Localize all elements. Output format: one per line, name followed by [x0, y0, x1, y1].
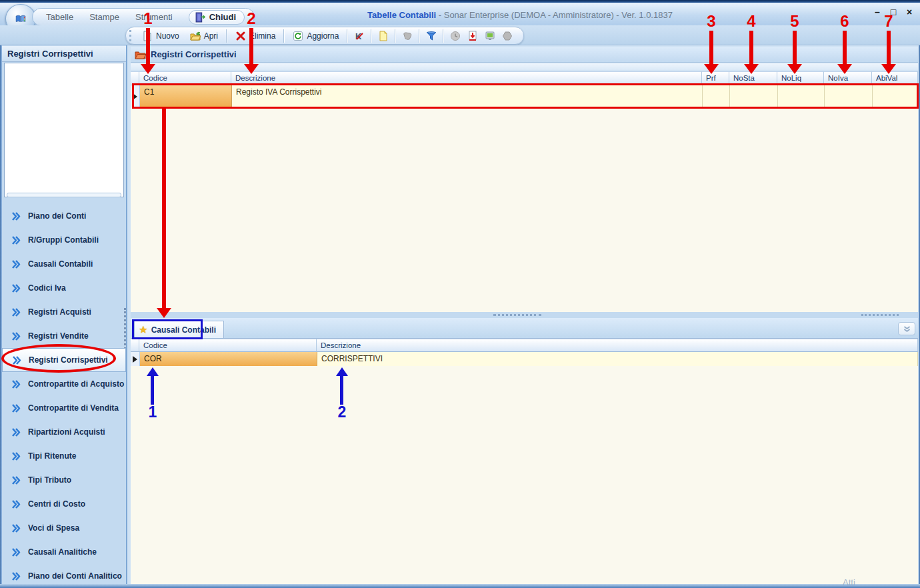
sidebar-item-piano-dei-conti-analitico[interactable]: Piano dei Conti Analitico — [2, 564, 126, 588]
cell-nosta[interactable] — [730, 85, 778, 107]
book-icon — [15, 13, 26, 24]
minimize-icon[interactable]: – — [872, 7, 883, 17]
chevron-right-icon — [12, 236, 21, 245]
sidebar-item-label: Registri Acquisti — [28, 307, 91, 317]
column-header-nosta[interactable]: NoSta — [729, 71, 777, 85]
column-header-abival[interactable]: AbiVal — [872, 71, 918, 85]
sidebar-item-contropartite-di-vendita[interactable]: Contropartite di Vendita — [2, 396, 126, 420]
toolbar-separator — [443, 29, 444, 43]
cell-noliq[interactable] — [778, 85, 825, 107]
sidebar-item-label: Centri di Costo — [28, 499, 85, 509]
sidebar-item-contropartite-di-acquisto[interactable]: Contropartite di Acquisto — [2, 372, 126, 396]
clock-button-disabled[interactable] — [447, 29, 463, 43]
new-document-button[interactable] — [375, 29, 391, 43]
refresh-button[interactable]: Aggiorna — [288, 29, 343, 43]
chiudi-button[interactable]: Chiudi — [189, 10, 245, 25]
clock-icon — [450, 31, 461, 41]
cell-prf[interactable] — [703, 85, 730, 107]
column-header-codice[interactable]: Codice — [139, 71, 231, 85]
toolbar-separator — [283, 29, 285, 43]
open-label: Apri — [204, 31, 218, 41]
sidebar-item-label: Ripartizioni Acquisti — [28, 427, 105, 437]
sidebar-item-registri-acquisti[interactable]: Registri Acquisti — [2, 300, 126, 324]
sidebar-item-ripartizioni-acquisti[interactable]: Ripartizioni Acquisti — [2, 420, 126, 444]
column-header-prf[interactable]: Prf — [702, 71, 729, 85]
toolbar-separator — [347, 29, 348, 43]
row-selector[interactable] — [131, 85, 140, 107]
toolbar-separator — [371, 29, 372, 43]
sidebar-item-causali-analitiche[interactable]: Causali Analitiche — [2, 540, 126, 564]
cell-descrizione[interactable]: CORRISPETTIVI — [317, 352, 918, 366]
maximize-icon[interactable]: □ — [888, 7, 899, 17]
chevron-right-icon — [12, 572, 21, 581]
grid-group-strip — [131, 63, 918, 71]
row-selector-header[interactable] — [131, 339, 139, 352]
new-button[interactable]: Nuovo — [137, 29, 184, 43]
sidebar-item-registri-corrispettivi[interactable]: Registri Corrispettivi — [2, 348, 126, 372]
chevron-right-icon — [12, 500, 21, 509]
close-icon[interactable]: × — [904, 7, 915, 17]
export-button[interactable] — [465, 29, 481, 43]
table-row: COR CORRISPETTIVI — [131, 352, 918, 366]
clear-filter-button[interactable]: K — [351, 29, 367, 43]
sidebar-item-voci-di-spesa[interactable]: Voci di Spesa — [2, 516, 126, 540]
column-header-descrizione[interactable]: Descrizione — [317, 339, 918, 352]
window-border-bottom — [0, 584, 920, 588]
cell-codice[interactable]: COR — [140, 352, 317, 366]
column-header-descrizione[interactable]: Descrizione — [231, 71, 702, 85]
main-grid-header: Codice Descrizione Prf NoSta NoLiq NoIva… — [131, 71, 918, 85]
sidebar-item-label: Codici Iva — [28, 283, 66, 293]
collapse-panel-button[interactable] — [898, 322, 915, 335]
splitter-grip[interactable] — [493, 314, 541, 317]
sidebar-item-r-gruppi-contabili[interactable]: R/Gruppi Contabili — [2, 228, 126, 252]
sidebar-list-box[interactable] — [4, 63, 124, 197]
clear-filter-icon: K — [354, 31, 365, 41]
watermark-text: Atti — [843, 577, 855, 587]
sidebar-item-piano-dei-conti[interactable]: Piano dei Conti — [2, 204, 126, 228]
shape-button-disabled[interactable] — [499, 29, 515, 43]
cell-codice[interactable]: C1 — [140, 85, 232, 107]
chevron-right-icon — [13, 356, 21, 365]
current-row-arrow-icon — [133, 93, 137, 100]
sidebar-item-tipi-tributo[interactable]: Tipi Tributo — [2, 468, 126, 492]
chiudi-label: Chiudi — [209, 12, 236, 22]
filter-button[interactable] — [423, 29, 439, 43]
sidebar-horizontal-scrollbar[interactable] — [7, 193, 121, 197]
sidebar-item-label: Piano dei Conti — [28, 211, 86, 221]
toolbar-separator — [395, 29, 396, 43]
window-controls: – □ × — [872, 7, 915, 17]
sidebar-item-registri-vendite[interactable]: Registri Vendite — [2, 324, 126, 348]
print-button-disabled[interactable] — [399, 29, 415, 43]
open-button[interactable]: Apri — [185, 29, 223, 43]
hexagon-icon — [502, 31, 513, 41]
sidebar-item-causali-contabili[interactable]: Causali Contabili — [2, 252, 126, 276]
splitter-grip[interactable] — [861, 314, 899, 317]
chevron-right-icon — [12, 260, 21, 269]
cell-abival[interactable] — [873, 85, 918, 107]
delete-button[interactable]: Elimina — [231, 29, 280, 43]
menu-stampe[interactable]: Stampe — [89, 12, 119, 22]
column-header-codice[interactable]: Codice — [139, 339, 317, 352]
sidebar-item-tipi-ritenute[interactable]: Tipi Ritenute — [2, 444, 126, 468]
chevron-right-icon — [12, 212, 21, 221]
open-folder-icon — [190, 31, 201, 41]
monitor-button[interactable] — [482, 29, 498, 43]
row-selector[interactable] — [131, 352, 140, 366]
cell-noiva[interactable] — [825, 85, 873, 107]
toolbar-grip[interactable] — [129, 30, 133, 41]
new-label: Nuovo — [156, 31, 179, 41]
sidebar-item-centri-di-costo[interactable]: Centri di Costo — [2, 492, 126, 516]
sidebar-item-codici-iva[interactable]: Codici Iva — [2, 276, 126, 300]
menu-strumenti[interactable]: Strumenti — [135, 12, 173, 22]
menu-tabelle[interactable]: Tabelle — [46, 12, 73, 22]
cell-descrizione[interactable]: Registo IVA Corrispettivi — [232, 85, 703, 107]
star-icon — [139, 325, 147, 335]
sidebar-item-label: Registri Vendite — [28, 331, 89, 341]
row-selector-header[interactable] — [131, 71, 139, 85]
column-header-noiva[interactable]: NoIva — [824, 71, 872, 85]
chevron-right-icon — [12, 548, 21, 557]
sidebar-item-label: R/Gruppi Contabili — [28, 235, 99, 245]
tab-causali-contabili[interactable]: Causali Contabili — [134, 321, 224, 338]
red-x-icon — [235, 31, 246, 41]
column-header-noliq[interactable]: NoLiq — [777, 71, 824, 85]
